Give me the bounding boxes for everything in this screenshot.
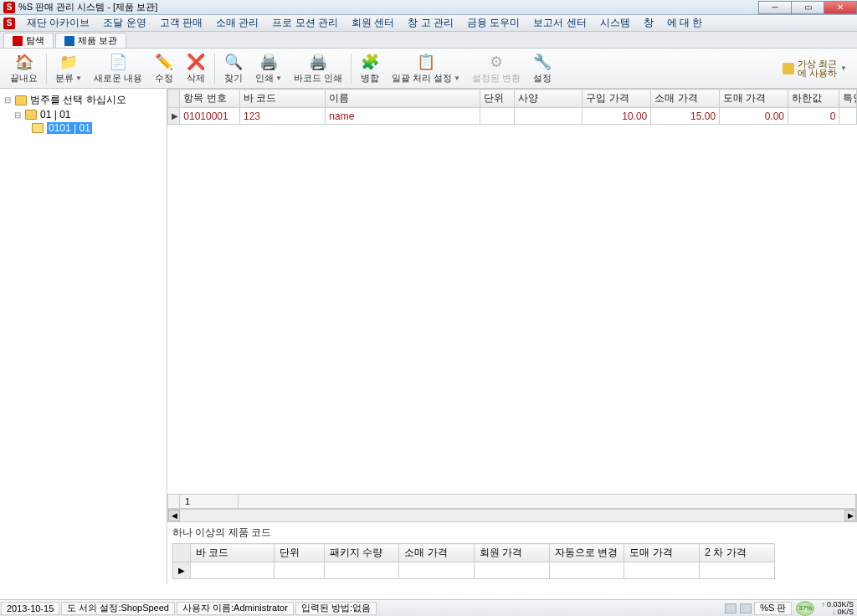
sub-col-pkg[interactable]: 패키지 수량 xyxy=(324,544,399,562)
status-date: 2013-10-15 xyxy=(1,602,59,615)
cell-barcode[interactable]: 123 xyxy=(239,108,325,125)
delete-button[interactable]: ❌삭제 xyxy=(181,51,211,86)
scroll-left-button[interactable]: ◀ xyxy=(168,510,180,521)
row-count: 1 xyxy=(180,495,239,508)
cell-unit[interactable] xyxy=(480,108,514,125)
chevron-down-icon: ▼ xyxy=(75,74,82,82)
collapse-icon[interactable]: ⊟ xyxy=(3,95,12,105)
grid-footer: 1 xyxy=(167,494,857,509)
new-button[interactable]: 📄새로운 내용 xyxy=(89,51,147,86)
product-grid[interactable]: 항목 번호 바 코드 이름 단위 사양 구입 가격 소매 가격 도매 가격 하한… xyxy=(167,89,857,125)
col-spec[interactable]: 사양 xyxy=(514,90,582,108)
menu-app-icon: S xyxy=(3,18,15,29)
menu-promotion[interactable]: 프로 모션 관리 xyxy=(265,16,345,30)
status-icon[interactable] xyxy=(740,603,752,613)
horizontal-scrollbar[interactable]: ◀ ▶ xyxy=(167,509,857,522)
tree-node-0101[interactable]: 0101 | 01 xyxy=(32,121,163,135)
menu-archive[interactable]: 재단 아카이브 xyxy=(20,16,96,30)
menu-customer-sales[interactable]: 고객 판매 xyxy=(153,16,209,30)
status-user: 사용자 이름:Administrator xyxy=(177,602,294,615)
status-icon[interactable] xyxy=(725,603,736,613)
row-marker: ▶ xyxy=(168,108,180,125)
chevron-down-icon[interactable]: ▼ xyxy=(840,64,847,72)
row-marker-header xyxy=(168,90,180,108)
col-special[interactable]: 특인 xyxy=(839,90,857,108)
cell-spec[interactable] xyxy=(514,108,582,125)
collapse-icon[interactable]: ⊟ xyxy=(13,110,22,120)
menu-retail[interactable]: 소매 관리 xyxy=(209,16,265,30)
menu-warehouse[interactable]: 창 고 관리 xyxy=(401,16,460,30)
sub-col-second[interactable]: 2 차 가격 xyxy=(700,544,775,562)
sub-col-unit[interactable]: 단위 xyxy=(274,544,324,562)
cell-special[interactable] xyxy=(839,108,857,125)
sub-grid[interactable]: 바 코드 단위 패키지 수량 소매 가격 회원 가격 자동으로 변경 도매 가격… xyxy=(172,543,775,579)
sub-col-retail[interactable]: 소매 가격 xyxy=(399,544,475,562)
merge-icon: 🧩 xyxy=(361,53,379,71)
toolbar-right: 가상 최근 에 사용하 ▼ xyxy=(783,59,852,78)
find-button[interactable]: 🔍찾기 xyxy=(218,51,249,86)
menu-window[interactable]: 창 xyxy=(637,16,660,30)
status-right-label: %S 판 xyxy=(754,602,792,615)
cell-retail[interactable]: 15.00 xyxy=(651,108,720,125)
tree-node-01[interactable]: ⊟01 | 01 xyxy=(13,108,163,121)
menu-system[interactable]: 시스템 xyxy=(593,16,637,30)
sub-col-barcode[interactable]: 바 코드 xyxy=(191,544,275,562)
minimize-button[interactable]: ─ xyxy=(758,1,792,14)
sub-col-member[interactable]: 회원 가격 xyxy=(475,544,550,562)
new-icon: 📄 xyxy=(109,53,127,71)
sort-button[interactable]: 📁분류▼ xyxy=(50,51,87,86)
menu-report[interactable]: 보고서 센터 xyxy=(526,16,593,30)
menu-about[interactable]: 에 대 한 xyxy=(660,16,710,30)
maximize-button[interactable]: ▭ xyxy=(791,1,824,14)
col-item-no[interactable]: 항목 번호 xyxy=(180,90,240,108)
tree-root[interactable]: ⊟범주를 선택 하십시오 xyxy=(3,92,163,108)
menu-member[interactable]: 회원 센터 xyxy=(345,16,401,30)
net-stats: 0.03K/S 0K/S xyxy=(818,601,857,616)
toolbar: 🏠끝내요 📁분류▼ 📄새로운 내용 ✏️수정 ❌삭제 🔍찾기 🖨️인쇄▼ 🖨️바… xyxy=(0,49,857,89)
menu-bar: S 재단 아카이브 조달 운영 고객 판매 소매 관리 프로 모션 관리 회원 … xyxy=(0,15,857,32)
menu-finance[interactable]: 금융 도우미 xyxy=(460,16,526,30)
folder-icon xyxy=(15,95,27,105)
print-button[interactable]: 🖨️인쇄▼ xyxy=(250,51,287,86)
batch-button[interactable]: 📋일괄 처리 설정▼ xyxy=(387,51,465,86)
cell-item-no[interactable]: 01010001 xyxy=(180,108,240,125)
tab-strip: 탐색 제품 보관 xyxy=(0,32,857,49)
title-bar: S %S 판매 관리 시스템 - [제품 보관] ─ ▭ ✕ xyxy=(0,0,857,15)
col-retail[interactable]: 소매 가격 xyxy=(651,90,720,108)
barcode-icon: 🖨️ xyxy=(309,53,327,71)
table-row[interactable]: ▶ 01010001 123 name 10.00 15.00 0.00 0 xyxy=(168,108,857,125)
cell-name[interactable]: name xyxy=(326,108,480,125)
tab-explore[interactable]: 탐색 xyxy=(3,33,54,48)
settings-button[interactable]: 🔧설정 xyxy=(527,51,557,86)
col-purchase[interactable]: 구입 가격 xyxy=(582,90,651,108)
scroll-right-button[interactable]: ▶ xyxy=(844,510,856,521)
merge-button[interactable]: 🧩병합 xyxy=(355,51,385,86)
menu-procurement[interactable]: 조달 운영 xyxy=(96,16,152,30)
status-docset: 도 서의 설정:ShopSpeed xyxy=(61,602,175,615)
cell-wholesale[interactable]: 0.00 xyxy=(720,108,788,125)
col-wholesale[interactable]: 도매 가격 xyxy=(720,90,788,108)
close-window-button[interactable]: ✕ xyxy=(824,1,857,14)
explore-tab-icon xyxy=(13,36,23,46)
tab-product-label: 제품 보관 xyxy=(78,34,117,47)
category-tree[interactable]: ⊟범주를 선택 하십시오 ⊟01 | 01 0101 | 01 xyxy=(0,89,167,584)
col-unit[interactable]: 단위 xyxy=(480,90,514,108)
col-barcode[interactable]: 바 코드 xyxy=(239,90,325,108)
close-button[interactable]: 🏠끝내요 xyxy=(5,51,43,86)
barcode-print-button[interactable]: 🖨️바코드 인쇄 xyxy=(289,51,347,86)
status-bar: 2013-10-15 도 서의 설정:ShopSpeed 사용자 이름:Admi… xyxy=(0,599,857,616)
tab-product[interactable]: 제품 보관 xyxy=(55,33,126,48)
cell-purchase[interactable]: 10.00 xyxy=(582,108,651,125)
col-name[interactable]: 이름 xyxy=(326,90,480,108)
app-icon: S xyxy=(3,2,15,13)
sub-col-auto[interactable]: 자동으로 변경 xyxy=(549,544,624,562)
col-lower[interactable]: 하한값 xyxy=(788,90,839,108)
window-title: %S 판매 관리 시스템 - [제품 보관] xyxy=(18,1,157,13)
folder-icon xyxy=(25,110,37,120)
sub-table-row[interactable]: ▶ xyxy=(173,562,775,579)
edit-button[interactable]: ✏️수정 xyxy=(149,51,179,86)
sort-icon: 📁 xyxy=(59,53,78,71)
grid-empty-area xyxy=(167,125,857,494)
cell-lower[interactable]: 0 xyxy=(788,108,839,125)
sub-col-wholesale[interactable]: 도매 가격 xyxy=(624,544,700,562)
